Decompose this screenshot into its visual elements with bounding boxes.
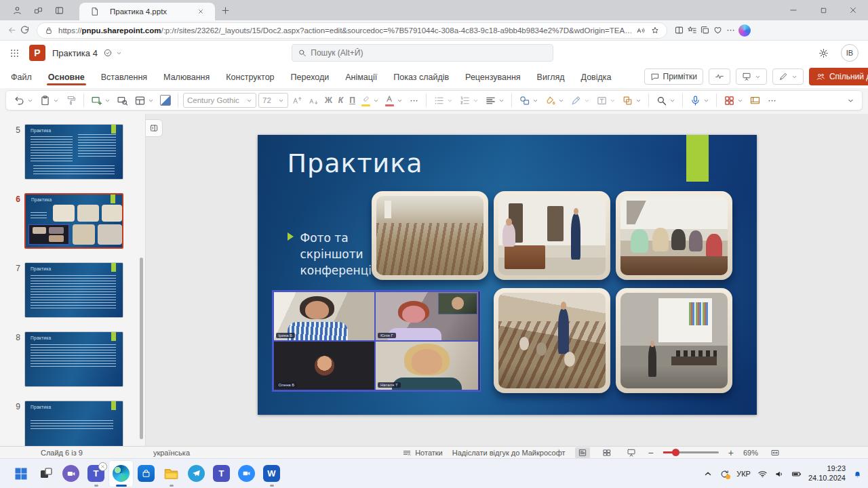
video-conference-screenshot[interactable]: Ірина Б Юлія Г Олена Б <box>272 290 481 392</box>
clock[interactable]: 19:2324.10.2024 <box>808 464 846 483</box>
toolbar-overflow-button[interactable] <box>765 92 779 108</box>
video-call-app-button[interactable] <box>58 460 83 487</box>
shape-fill-button[interactable] <box>542 92 566 108</box>
normal-view-button[interactable] <box>575 447 590 458</box>
tab-design[interactable]: Конструктор <box>226 67 274 87</box>
edge-button[interactable] <box>108 460 134 487</box>
document-title[interactable]: Практика 4 <box>52 48 98 58</box>
browser-tab[interactable]: Практика 4.pptx <box>79 3 215 20</box>
collections-icon[interactable] <box>700 25 710 35</box>
text-box-button[interactable] <box>594 92 618 108</box>
slide-thumbnail-6[interactable]: Практика <box>24 193 123 249</box>
workspaces-icon[interactable] <box>33 5 43 16</box>
hidden-icons-chevron[interactable] <box>703 469 713 479</box>
highlight-button[interactable] <box>359 92 381 108</box>
settings-gear-icon[interactable] <box>818 48 829 58</box>
photo-lecture-hall-audience[interactable] <box>372 191 488 280</box>
slide-thumbnail-5[interactable]: Практика <box>24 124 123 180</box>
slide-thumbnail-9[interactable]: Практика <box>24 401 123 446</box>
browser-profile-icon[interactable] <box>12 5 22 16</box>
tab-close-icon[interactable] <box>197 8 204 15</box>
tab-animations[interactable]: Анімації <box>345 67 377 87</box>
slide[interactable]: Практика Фото та скріншоти конференцій <box>258 135 757 415</box>
format-painter-button[interactable] <box>63 92 79 108</box>
favorite-star-icon[interactable] <box>650 26 660 35</box>
tab-transitions[interactable]: Переходи <box>291 67 330 87</box>
grow-font-button[interactable] <box>290 92 304 108</box>
zoom-slider[interactable] <box>663 451 719 453</box>
font-color-button[interactable] <box>383 92 405 108</box>
underline-button[interactable]: П <box>347 92 357 108</box>
shapes-button[interactable] <box>517 92 540 108</box>
zoom-button[interactable] <box>234 460 259 487</box>
tab-home[interactable]: Основне <box>48 67 85 87</box>
draw-button[interactable] <box>772 68 804 85</box>
browser-essentials-icon[interactable] <box>713 25 723 35</box>
search-box[interactable] <box>292 44 553 62</box>
split-screen-icon[interactable] <box>674 25 684 35</box>
read-aloud-icon[interactable] <box>636 26 646 35</box>
font-size-select[interactable]: 72 <box>258 93 288 108</box>
app-launcher-icon[interactable] <box>9 48 20 58</box>
more-font-options-button[interactable] <box>407 92 421 108</box>
slide-thumbnail-7[interactable]: Практика <box>24 262 123 318</box>
window-close-button[interactable] <box>838 0 868 20</box>
bold-button[interactable]: Ж <box>323 92 334 108</box>
wifi-icon[interactable] <box>757 469 768 479</box>
bullets-button[interactable] <box>431 92 455 108</box>
zoom-in-button[interactable]: + <box>728 447 734 458</box>
tab-insert[interactable]: Вставлення <box>101 67 147 87</box>
slideshow-view-button[interactable] <box>624 447 639 458</box>
designer-pane-button[interactable] <box>722 92 745 108</box>
paste-button[interactable] <box>37 92 61 108</box>
slide-thumbnail-8[interactable]: Практика <box>24 331 123 387</box>
onedrive-sync-button[interactable] <box>719 469 730 479</box>
battery-icon[interactable] <box>791 469 802 479</box>
undo-button[interactable] <box>12 92 35 108</box>
save-status-icon[interactable] <box>103 48 113 58</box>
address-bar[interactable]: https://pnpu.sharepoint.com/:p:/r/sites/… <box>37 22 667 39</box>
numbering-button[interactable] <box>457 92 481 108</box>
reuse-slides-button[interactable] <box>115 92 130 108</box>
task-view-button[interactable] <box>33 460 58 487</box>
teams-work-button[interactable]: T <box>209 460 234 487</box>
photo-speaker-presenting[interactable] <box>494 191 610 280</box>
back-button[interactable] <box>7 25 17 35</box>
powerpoint-icon[interactable]: P <box>29 45 45 61</box>
language-label[interactable]: українська <box>153 449 190 457</box>
designer-button[interactable] <box>158 92 173 108</box>
font-name-select[interactable]: Century Gothic <box>183 93 256 108</box>
find-button[interactable] <box>654 92 677 108</box>
tab-help[interactable]: Довідка <box>581 67 612 87</box>
copilot-icon[interactable] <box>738 24 751 37</box>
photo-speaker-in-hall[interactable] <box>494 288 610 393</box>
feedback-link[interactable]: Надіслати відгук до Майкрософт <box>452 449 566 457</box>
tab-review[interactable]: Рецензування <box>465 67 520 87</box>
grid-view-button[interactable] <box>599 447 614 458</box>
thumbnail-scrollbar[interactable] <box>140 258 143 439</box>
notifications-bell-icon[interactable] <box>852 469 863 479</box>
speaker-icon[interactable] <box>774 469 785 479</box>
shape-outline-button[interactable] <box>568 92 592 108</box>
favorites-icon[interactable] <box>687 25 697 35</box>
new-tab-button[interactable] <box>220 5 231 16</box>
collapse-pane-button[interactable] <box>146 119 163 137</box>
dictate-button[interactable] <box>688 92 711 108</box>
new-slide-button[interactable] <box>89 92 113 108</box>
tab-slideshow[interactable]: Показ слайдів <box>393 67 449 87</box>
tab-draw[interactable]: Малювання <box>163 67 210 87</box>
store-button[interactable] <box>134 460 159 487</box>
tab-view[interactable]: Вигляд <box>537 67 565 87</box>
word-button[interactable]: W <box>259 460 284 487</box>
chevron-down-icon[interactable] <box>116 50 122 56</box>
comments-button[interactable]: Примітки <box>644 68 703 85</box>
tab-actions-icon[interactable] <box>54 5 64 16</box>
align-button[interactable] <box>483 92 507 108</box>
window-minimize-button[interactable] <box>778 0 808 20</box>
photo-presentation-screen[interactable] <box>616 288 732 393</box>
browser-menu-icon[interactable] <box>726 25 736 35</box>
file-explorer-button[interactable] <box>159 460 184 487</box>
start-button[interactable] <box>8 460 33 487</box>
shrink-font-button[interactable] <box>307 92 321 108</box>
photo-classroom-students[interactable] <box>616 191 732 280</box>
